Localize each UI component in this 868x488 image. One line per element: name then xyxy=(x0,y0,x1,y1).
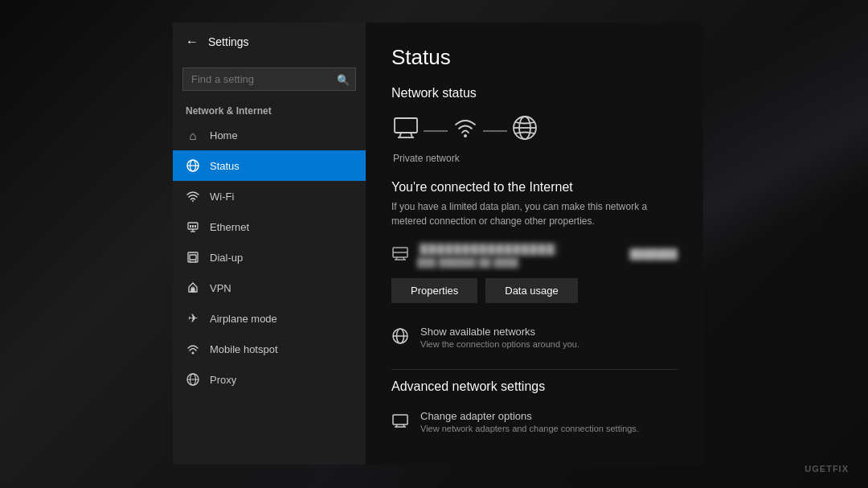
sidebar-section-label: Network & Internet xyxy=(173,97,366,120)
sidebar-item-label-home: Home xyxy=(210,129,238,141)
sidebar-item-wifi[interactable]: Wi-Fi xyxy=(173,181,366,211)
proxy-icon xyxy=(186,372,200,387)
network-status-title: Network status xyxy=(391,86,678,100)
change-adapter-row[interactable]: Change adapter options View network adap… xyxy=(391,407,678,437)
data-usage-button[interactable]: Data usage xyxy=(485,278,578,303)
network-adapter-icon xyxy=(391,244,409,265)
sidebar-item-label-proxy: Proxy xyxy=(210,374,236,386)
svg-rect-11 xyxy=(190,255,196,260)
show-networks-text: Show available networks View the connect… xyxy=(420,326,579,349)
change-adapter-title: Change adapter options xyxy=(420,410,639,422)
svg-rect-20 xyxy=(395,118,417,133)
sidebar-item-vpn[interactable]: VPN xyxy=(173,273,366,303)
svg-rect-5 xyxy=(190,225,191,228)
sidebar-item-label-vpn: VPN xyxy=(210,282,231,294)
svg-rect-6 xyxy=(192,225,194,228)
sidebar: ← Settings 🔍 Network & Internet ⌂ Home S… xyxy=(173,23,366,465)
adapter-icon xyxy=(391,412,409,434)
connection-status: You're connected to the Internet xyxy=(391,180,678,195)
settings-title: Settings xyxy=(208,35,249,48)
search-box: 🔍 xyxy=(182,68,356,91)
sidebar-item-home[interactable]: ⌂ Home xyxy=(173,120,366,150)
sidebar-item-airplane[interactable]: ✈ Airplane mode xyxy=(173,303,366,334)
settings-window: ← Settings 🔍 Network & Internet ⌂ Home S… xyxy=(173,23,703,465)
network-name-blurred: ████████████████ xyxy=(417,243,559,256)
page-title: Status xyxy=(391,45,678,70)
sidebar-item-label-ethernet: Ethernet xyxy=(210,221,249,233)
svg-rect-36 xyxy=(393,415,407,424)
search-icon: 🔍 xyxy=(337,73,350,85)
hotspot-icon xyxy=(186,342,200,356)
change-adapter-text: Change adapter options View network adap… xyxy=(420,410,639,433)
sidebar-item-label-status: Status xyxy=(210,160,240,172)
network-ip-blurred: ███████ xyxy=(629,248,678,260)
vpn-icon xyxy=(186,281,200,295)
search-input[interactable] xyxy=(182,68,356,91)
main-content: Status Network status xyxy=(366,23,703,465)
svg-point-24 xyxy=(464,134,467,137)
sidebar-item-hotspot[interactable]: Mobile hotspot xyxy=(173,334,366,364)
sidebar-item-label-airplane: Airplane mode xyxy=(210,313,277,325)
globe-diagram-icon xyxy=(510,113,539,148)
watermark: UGETFIX xyxy=(805,464,849,474)
sidebar-item-status[interactable]: Status xyxy=(173,150,366,181)
sidebar-item-dialup[interactable]: Dial-up xyxy=(173,242,366,273)
show-networks-title: Show available networks xyxy=(420,326,579,338)
show-networks-row[interactable]: Show available networks View the connect… xyxy=(391,322,678,353)
network-label: Private network xyxy=(391,153,678,164)
action-buttons: Properties Data usage xyxy=(391,278,678,303)
status-icon xyxy=(186,158,200,173)
network-info-row: ████████████████ ███ ██████ ██ ████ ████… xyxy=(391,241,678,267)
network-diagram xyxy=(391,113,678,148)
svg-rect-7 xyxy=(194,225,196,228)
home-icon: ⌂ xyxy=(186,128,200,142)
sidebar-item-label-wifi: Wi-Fi xyxy=(210,191,234,203)
sidebar-header: ← Settings xyxy=(173,23,366,61)
computer-diagram-icon xyxy=(391,113,420,148)
back-button[interactable]: ← xyxy=(186,35,199,48)
dialup-icon xyxy=(186,250,200,265)
properties-button[interactable]: Properties xyxy=(391,278,477,303)
wifi-diagram-icon xyxy=(451,113,480,148)
show-networks-icon xyxy=(391,327,409,350)
network-info-text: ████████████████ ███ ██████ ██ ████ xyxy=(417,241,621,267)
sidebar-item-label-hotspot: Mobile hotspot xyxy=(210,343,278,355)
change-adapter-sub: View network adapters and change connect… xyxy=(420,424,639,433)
connection-desc: If you have a limited data plan, you can… xyxy=(391,199,678,228)
section-divider xyxy=(391,369,678,370)
svg-point-16 xyxy=(192,352,194,355)
airplane-icon: ✈ xyxy=(186,311,200,326)
sidebar-item-ethernet[interactable]: Ethernet xyxy=(173,211,366,242)
svg-line-12 xyxy=(190,260,190,262)
sidebar-item-proxy[interactable]: Proxy xyxy=(173,364,366,395)
sidebar-item-label-dialup: Dial-up xyxy=(210,252,243,264)
line-1 xyxy=(424,130,448,132)
ethernet-icon xyxy=(186,219,200,234)
svg-point-3 xyxy=(192,200,194,202)
line-2 xyxy=(483,130,507,132)
svg-line-13 xyxy=(195,260,196,262)
network-sub-blurred: ███ ██████ ██ ████ xyxy=(417,257,621,267)
show-networks-sub: View the connection options around you. xyxy=(420,339,579,349)
wifi-icon xyxy=(186,189,200,203)
advanced-title: Advanced network settings xyxy=(391,379,678,394)
